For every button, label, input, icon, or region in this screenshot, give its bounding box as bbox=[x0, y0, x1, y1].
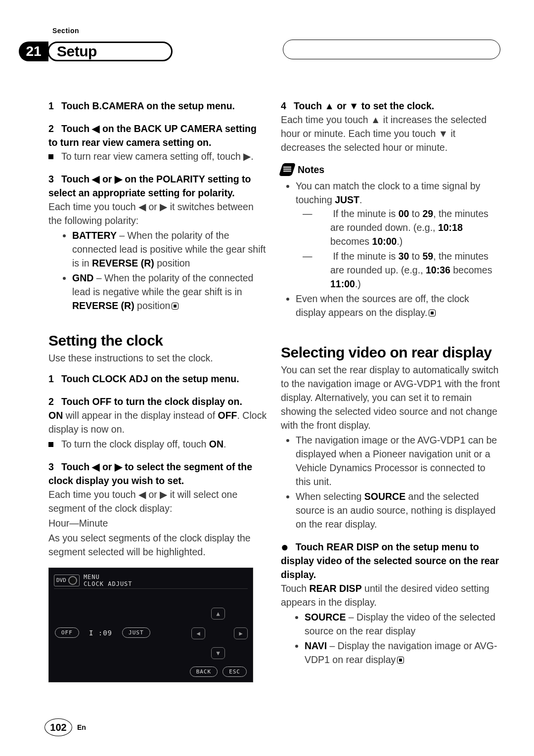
page-footer: 102 En bbox=[44, 718, 86, 736]
polarity-options-list: BATTERY – When the polarity of the conne… bbox=[48, 228, 268, 312]
clock-adjust-screenshot: DVD MENU CLOCK ADJUST OFF I :09 JUST ▲ ◀… bbox=[48, 568, 253, 682]
screen-dvd-badge: DVD bbox=[54, 575, 80, 586]
left-column: 1Touch B.CAMERA on the setup menu. 2Touc… bbox=[48, 99, 268, 697]
clock-intro: Use these instructions to set the clock. bbox=[48, 351, 268, 365]
clock-step-4-body: Each time you touch ▲ it increases the s… bbox=[281, 113, 500, 154]
notes-list: You can match the clock to a time signal… bbox=[281, 179, 500, 319]
rear-step: ●Touch REAR DISP on the setup menu to di… bbox=[281, 540, 500, 581]
right-column: 4Touch ▲ or ▼ to set the clock. Each tim… bbox=[281, 99, 500, 697]
clock-step-2-tip: To turn the clock display off, touch ON. bbox=[48, 437, 268, 451]
screen-menu-label: MENU bbox=[84, 574, 133, 580]
note-sources-off: Even when the sources are off, the clock… bbox=[296, 292, 500, 319]
clock-step-2-body: ON will appear in the display instead of… bbox=[48, 408, 268, 436]
polarity-gnd: GND – When the polarity of the connected… bbox=[72, 271, 268, 312]
rear-bullet-source: When selecting SOURCE and the selected s… bbox=[296, 489, 500, 531]
page-number: 102 bbox=[44, 718, 72, 736]
clock-step-3: 3Touch ◀ or ▶ to select the segment of t… bbox=[48, 460, 268, 488]
note-just-round-up: If the minute is 30 to 59, the minutes a… bbox=[330, 249, 500, 291]
polarity-battery: BATTERY – When the polarity of the conne… bbox=[72, 228, 268, 270]
end-mark-icon bbox=[397, 657, 404, 664]
disc-icon bbox=[68, 576, 77, 585]
screen-left-button[interactable]: ◀ bbox=[191, 627, 205, 639]
screen-right-button[interactable]: ▶ bbox=[234, 627, 248, 639]
rear-body: Touch REAR DISP until the desired video … bbox=[281, 581, 500, 609]
header-spacer-pill bbox=[283, 40, 500, 59]
clock-step-3-body3: As you select segments of the clock disp… bbox=[48, 531, 268, 559]
clock-step-2: 2Touch OFF to turn the clock display on. bbox=[48, 395, 268, 408]
clock-step-1: 1Touch CLOCK ADJ on the setup menu. bbox=[48, 372, 268, 386]
step-1-bcamera: 1Touch B.CAMERA on the setup menu. bbox=[48, 99, 268, 113]
page-language: En bbox=[77, 723, 86, 731]
screen-off-button[interactable]: OFF bbox=[55, 627, 79, 638]
screen-time-value: I :09 bbox=[89, 629, 112, 637]
section-header: 21 Setup bbox=[0, 40, 534, 63]
clock-step-3-body1: Each time you touch ◀ or ▶ it will selec… bbox=[48, 488, 268, 515]
note-just-round-down: If the minute is 00 to 29, the minutes a… bbox=[330, 207, 500, 248]
step-2-tip: To turn rear view camera setting off, to… bbox=[48, 149, 268, 163]
notes-icon bbox=[279, 163, 296, 176]
rear-option-source: SOURCE – Display the video of the select… bbox=[305, 610, 500, 638]
screen-clock-adjust-label: CLOCK ADJUST bbox=[84, 580, 133, 587]
end-mark-icon bbox=[429, 310, 436, 316]
end-mark-icon bbox=[172, 303, 178, 310]
heading-rear-display: Selecting video on rear display bbox=[281, 344, 500, 361]
section-title-pill: Setup bbox=[47, 42, 173, 61]
screen-down-button[interactable]: ▼ bbox=[211, 647, 225, 659]
screen-just-button[interactable]: JUST bbox=[122, 627, 150, 638]
section-label: Section bbox=[52, 27, 79, 35]
step-2-backupcamera: 2Touch ◀ on the BACK UP CAMERA setting t… bbox=[48, 122, 268, 149]
notes-heading: Notes bbox=[298, 164, 324, 176]
section-number: 21 bbox=[26, 44, 41, 59]
heading-setting-clock: Setting the clock bbox=[48, 332, 268, 349]
screen-back-button[interactable]: BACK bbox=[190, 667, 218, 677]
step-3-polarity: 3Touch ◀ or ▶ on the POLARITY setting to… bbox=[48, 172, 268, 200]
section-number-badge: 21 bbox=[19, 42, 48, 61]
rear-option-navi: NAVI – Display the navigation image or A… bbox=[305, 639, 500, 667]
screen-up-button[interactable]: ▲ bbox=[211, 608, 225, 620]
clock-step-3-body2: Hour—Minute bbox=[48, 516, 268, 530]
note-just: You can match the clock to a time signal… bbox=[296, 179, 500, 291]
rear-options-list: SOURCE – Display the video of the select… bbox=[281, 610, 500, 667]
rear-intro: You can set the rear display to automati… bbox=[281, 363, 500, 432]
step-3-body: Each time you touch ◀ or ▶ it switches b… bbox=[48, 200, 268, 227]
section-title: Setup bbox=[57, 43, 97, 60]
screen-esc-button[interactable]: ESC bbox=[222, 667, 247, 677]
rear-bullet-nav: The navigation image or the AVG-VDP1 can… bbox=[296, 433, 500, 489]
clock-step-4: 4Touch ▲ or ▼ to set the clock. bbox=[281, 99, 500, 113]
rear-bullets: The navigation image or the AVG-VDP1 can… bbox=[281, 433, 500, 531]
